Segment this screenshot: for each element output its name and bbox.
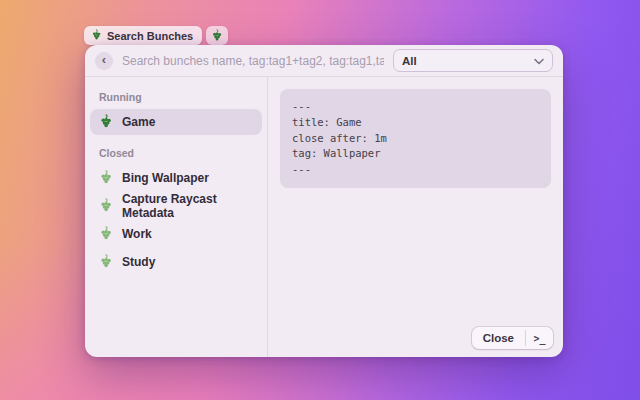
- close-button[interactable]: Close: [472, 327, 525, 349]
- bunch-item[interactable]: Capture Raycast Metadata: [90, 193, 262, 219]
- grape-bunch-icon: [91, 29, 102, 42]
- search-input[interactable]: Search bunches name, tag:tag1+tag2, tag:…: [122, 54, 384, 68]
- bunch-item-label: Study: [122, 255, 155, 269]
- bunches-app-badge[interactable]: [206, 26, 228, 45]
- bunch-detail-panel: --- title: Game close after: 1m tag: Wal…: [268, 77, 563, 357]
- grape-bunch-icon: [99, 170, 113, 187]
- section-header: Running: [90, 87, 262, 109]
- bunch-list: RunningGameClosedBing WallpaperCapture R…: [85, 77, 268, 357]
- section-header: Closed: [90, 143, 262, 165]
- command-pill[interactable]: Search Bunches: [84, 26, 202, 45]
- bunch-item[interactable]: Study: [90, 249, 262, 275]
- filter-dropdown[interactable]: All: [393, 49, 553, 72]
- bunch-item-label: Bing Wallpaper: [122, 171, 209, 185]
- grape-bunch-icon: [99, 114, 113, 131]
- chevron-down-icon: [534, 55, 544, 67]
- bunch-item[interactable]: Work: [90, 221, 262, 247]
- grape-bunch-icon: [99, 226, 113, 243]
- bunch-frontmatter-code: --- title: Game close after: 1m tag: Wal…: [280, 89, 551, 188]
- bunch-item-label: Capture Raycast Metadata: [122, 192, 253, 220]
- command-label: Search Bunches: [107, 30, 193, 42]
- filter-dropdown-value: All: [402, 55, 417, 67]
- search-header: ‹ Search bunches name, tag:tag1+tag2, ta…: [85, 45, 563, 77]
- launcher-command-bar: Search Bunches: [84, 26, 228, 45]
- chevron-left-icon: ‹: [102, 53, 106, 66]
- search-bunches-window: ‹ Search bunches name, tag:tag1+tag2, ta…: [85, 45, 563, 357]
- terminal-icon[interactable]: >_: [526, 327, 553, 349]
- bunch-item-label: Game: [122, 115, 155, 129]
- bunch-item[interactable]: Game: [90, 109, 262, 135]
- grape-bunch-icon: [99, 198, 113, 215]
- footer-actions: Close >_: [472, 327, 553, 349]
- bunch-item[interactable]: Bing Wallpaper: [90, 165, 262, 191]
- grape-bunch-icon: [99, 254, 113, 271]
- bunch-item-label: Work: [122, 227, 152, 241]
- back-button[interactable]: ‹: [95, 52, 113, 70]
- bunches-app-icon: [211, 27, 223, 45]
